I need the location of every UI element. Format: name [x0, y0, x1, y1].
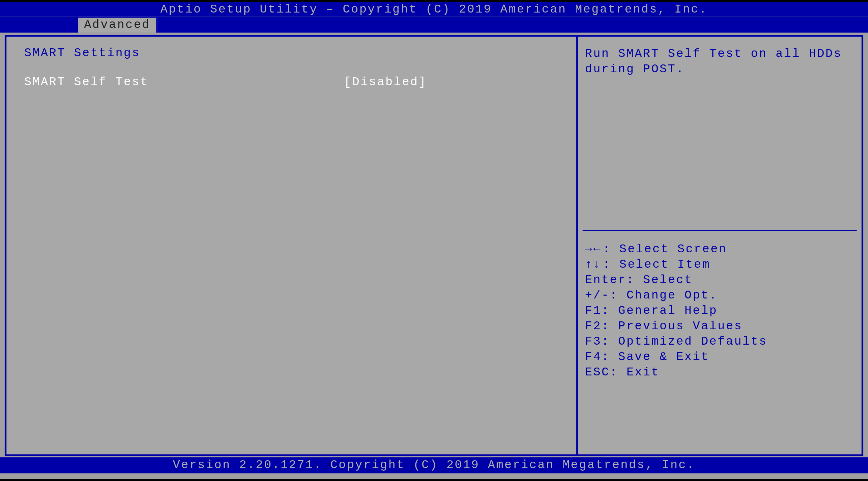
header-bar: Aptio Setup Utility – Copyright (C) 2019…	[0, 2, 868, 16]
footer-bar: Version 2.20.1271. Copyright (C) 2019 Am…	[0, 457, 868, 473]
settings-pane: SMART Settings SMART Self Test [Disabled…	[5, 35, 578, 456]
keyhelp-label: F1: General Help	[585, 304, 718, 317]
keyhelp-esc: ESC: Exit	[585, 365, 854, 380]
keyhelp-label: +/-: Change Opt.	[585, 288, 718, 302]
key-help: →←: Select Screen ↑↓: Select Item Enter:…	[578, 231, 862, 391]
footer-text: Version 2.20.1271. Copyright (C) 2019 Am…	[173, 458, 695, 471]
keyhelp-label: F4: Save & Exit	[585, 350, 709, 364]
section-title: SMART Settings	[24, 46, 559, 60]
tab-row: Advanced	[0, 16, 868, 33]
keyhelp-change-opt: +/-: Change Opt.	[585, 288, 854, 303]
arrow-left-right-icon: →←	[585, 242, 603, 257]
keyhelp-f3: F3: Optimized Defaults	[585, 334, 854, 349]
help-text: Run SMART Self Test on all HDDs during P…	[578, 37, 862, 230]
tab-advanced[interactable]: Advanced	[77, 16, 157, 33]
keyhelp-label: F2: Previous Values	[585, 319, 742, 333]
keyhelp-label: F3: Optimized Defaults	[585, 335, 767, 348]
keyhelp-label: Enter: Select	[585, 273, 693, 287]
header-title: Aptio Setup Utility – Copyright (C) 2019…	[160, 3, 707, 16]
keyhelp-select-screen: →←: Select Screen	[585, 242, 854, 257]
arrow-up-down-icon: ↑↓	[585, 257, 603, 272]
setting-smart-self-test[interactable]: SMART Self Test [Disabled]	[24, 75, 559, 89]
keyhelp-enter: Enter: Select	[585, 272, 854, 288]
help-pane: Run SMART Self Test on all HDDs during P…	[578, 35, 863, 456]
tab-label: Advanced	[84, 18, 150, 31]
setting-value: [Disabled]	[344, 75, 427, 89]
keyhelp-f1: F1: General Help	[585, 303, 854, 319]
keyhelp-label: ESC: Exit	[585, 365, 660, 379]
keyhelp-f2: F2: Previous Values	[585, 319, 854, 334]
setting-label: SMART Self Test	[24, 75, 344, 89]
keyhelp-select-item: ↑↓: Select Item	[585, 257, 854, 272]
keyhelp-label: : Select Item	[603, 258, 711, 271]
keyhelp-f4: F4: Save & Exit	[585, 350, 854, 365]
bios-setup-screen: Aptio Setup Utility – Copyright (C) 2019…	[0, 2, 868, 479]
main-area: SMART Settings SMART Self Test [Disabled…	[0, 33, 868, 457]
keyhelp-label: : Select Screen	[603, 242, 727, 256]
